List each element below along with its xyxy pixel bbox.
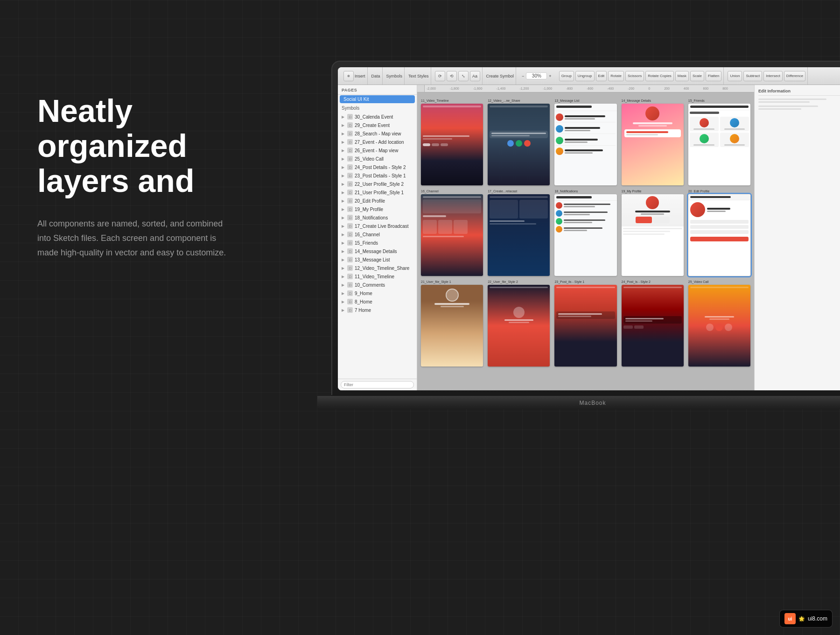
screen-mockup-12 <box>488 104 550 185</box>
arrow-icon-9: ▶ <box>342 291 344 296</box>
page-label-8: 8_Home <box>355 299 372 304</box>
arrow-icon-16: ▶ <box>342 233 344 237</box>
page-label-16: 16_Channel <box>355 232 380 237</box>
ui8-logo-text: ui <box>788 616 792 621</box>
intersect-btn[interactable]: Intersect <box>763 71 783 81</box>
screen-label-17: 17_Create...relacast <box>488 190 550 193</box>
sidebar-item-7[interactable]: ▶ □ 7 Home <box>338 306 417 314</box>
mask-btn[interactable]: Mask <box>675 71 689 81</box>
action-btn-1[interactable]: ⟳ <box>435 71 445 81</box>
sidebar-item-18[interactable]: ▶ □ 18_Notifications <box>338 213 417 222</box>
sidebar-item-27[interactable]: ▶ □ 27_Event - Add location <box>338 138 417 146</box>
symbols-label: Symbols <box>342 106 359 111</box>
sidebar-item-11[interactable]: ▶ □ 11_Video_Timeline <box>338 272 417 281</box>
page-label-13: 13_Message List <box>355 257 390 262</box>
ruler-mark: 800 <box>722 87 728 90</box>
sidebar-item-10[interactable]: ▶ □ 10_Comments <box>338 281 417 289</box>
sidebar-item-21[interactable]: ▶ □ 21_User Profile_Style 1 <box>338 188 417 197</box>
group-btn[interactable]: Group <box>559 71 574 81</box>
screen-mockup-14 <box>622 104 684 185</box>
ui8-domain: ui8.com <box>808 615 827 622</box>
sidebar-item-17[interactable]: ▶ □ 17_Create Live Broadcast <box>338 222 417 230</box>
ruler-numbers: -2,000 -1,800 -1,600 -1,400 -1,200 -1,00… <box>425 87 730 90</box>
difference-btn[interactable]: Difference <box>784 71 805 81</box>
page-icon-13: □ <box>347 257 353 262</box>
page-icon-22: □ <box>347 181 353 187</box>
sidebar-item-8[interactable]: ▶ □ 8_Home <box>338 297 417 306</box>
screen-cell-15: 15_Friends <box>688 99 750 185</box>
screen-label-11: 11_Video_Timeline <box>421 99 483 102</box>
screen-mockup-21 <box>421 285 483 367</box>
union-btn[interactable]: Union <box>728 71 742 81</box>
page-icon-12: □ <box>347 265 353 271</box>
screen-label-19: 19_My Profile <box>622 190 684 193</box>
screen-mockup-18 <box>554 194 616 276</box>
macbook-container: ⊕ Insert Data Symbols Text Styles <box>331 61 840 518</box>
scale-btn[interactable]: Scale <box>690 71 704 81</box>
screen-cell-18: 18_Notifications <box>554 190 616 276</box>
sidebar-item-20[interactable]: ▶ □ 20_Edit Profile <box>338 197 417 205</box>
page-label-18: 18_Notifications <box>355 215 388 220</box>
scissors-btn[interactable]: Scissors <box>625 71 644 81</box>
sidebar-item-29[interactable]: ▶ □ 29_Create Event <box>338 121 417 129</box>
screen-label-15: 15_Friends <box>688 99 750 102</box>
sidebar-item-13[interactable]: ▶ □ 13_Message List <box>338 255 417 264</box>
ruler-mark: 400 <box>684 87 689 90</box>
right-panel-header: Edit Information <box>758 89 840 96</box>
sidebar-item-22[interactable]: ▶ □ 22_User Profile_Style 2 <box>338 180 417 188</box>
arrow-icon-30: ▶ <box>342 115 344 119</box>
screen-label-14: 14_Message Details <box>622 99 684 102</box>
sidebar-item-28[interactable]: ▶ □ 28_Search - Map view <box>338 129 417 138</box>
screen-cell-23: 23_Post_ils - Style 1 <box>554 280 616 367</box>
page-icon-14: □ <box>347 248 353 254</box>
zoom-input[interactable]: 30% <box>526 72 547 79</box>
toolbar-insert-btn[interactable]: ⊕ <box>343 71 354 81</box>
ui8-badge[interactable]: ui 🌟 ui8.com <box>779 610 833 628</box>
ungroup-btn[interactable]: Ungroup <box>575 71 595 81</box>
filter-input[interactable] <box>341 381 414 388</box>
screen-mockup-16 <box>421 194 483 276</box>
edit-btn[interactable]: Edit <box>596 71 607 81</box>
sidebar-item-19[interactable]: ▶ □ 19_My Profile <box>338 205 417 213</box>
sidebar-item-30[interactable]: ▶ □ 30_Calenda Event <box>338 113 417 121</box>
page-label-28: 28_Search - Map view <box>355 131 401 136</box>
sidebar-item-15[interactable]: ▶ □ 15_Friends <box>338 239 417 247</box>
sidebar-item-9[interactable]: ▶ □ 9_Home <box>338 289 417 297</box>
screen-label-23: 23_Post_ils - Style 1 <box>554 280 616 283</box>
subtract-btn[interactable]: Subtract <box>743 71 762 81</box>
sidebar-item-24[interactable]: ▶ □ 24_Post Details - Style 2 <box>338 163 417 171</box>
screen-cell-25: 25_Video Call <box>688 280 750 367</box>
sidebar-item-14[interactable]: ▶ □ 14_Message Details <box>338 247 417 255</box>
sidebar-item-symbols[interactable]: Symbols <box>338 104 417 113</box>
zoom-plus-btn[interactable]: + <box>549 74 551 78</box>
sidebar-item-16[interactable]: ▶ □ 16_Channel <box>338 230 417 239</box>
macbook-lid: ⊕ Insert Data Symbols Text Styles <box>331 61 840 397</box>
page-icon-24: □ <box>347 164 353 170</box>
screen-mockup-19 <box>622 194 684 276</box>
page-icon-19: □ <box>347 206 353 212</box>
sidebar-item-12[interactable]: ▶ □ 12_Video_Timeline_Share <box>338 264 417 272</box>
toolbar-symbols-group: Symbols <box>385 67 405 85</box>
canvas-viewport[interactable]: 11_Video_Timeline <box>417 92 754 390</box>
sidebar-item-23[interactable]: ▶ □ 23_Post Details - Style 1 <box>338 171 417 180</box>
sidebar-item-26[interactable]: ▶ □ 26_Event - Map view <box>338 146 417 155</box>
action-btn-3[interactable]: ⤡ <box>458 71 469 81</box>
flatten-btn[interactable]: Flatten <box>706 71 721 81</box>
action-btn-2[interactable]: ⟲ <box>447 71 457 81</box>
rotate-btn[interactable]: Rotate <box>608 71 624 81</box>
page-icon-29: □ <box>347 122 353 128</box>
sidebar-item-social-ui-kit[interactable]: Social UI Kit <box>340 95 415 103</box>
page-icon-30: □ <box>347 114 353 120</box>
rotate-copies-btn[interactable]: Rotate Copies <box>645 71 674 81</box>
page-label-7: 7 Home <box>355 308 371 313</box>
arrow-icon-7: ▶ <box>342 308 344 312</box>
page-icon-23: □ <box>347 173 353 178</box>
ruler-mark: -600 <box>587 87 593 90</box>
sidebar-item-25[interactable]: ▶ □ 25_Video Call <box>338 155 417 163</box>
macbook-body: ⊕ Insert Data Symbols Text Styles <box>331 61 840 481</box>
action-btn-4[interactable]: Aa <box>470 71 480 81</box>
active-page-label: Social UI Kit <box>343 97 369 102</box>
page-label-10: 10_Comments <box>355 282 385 288</box>
zoom-minus-btn[interactable]: − <box>522 74 524 78</box>
arrow-icon-21: ▶ <box>342 190 344 195</box>
